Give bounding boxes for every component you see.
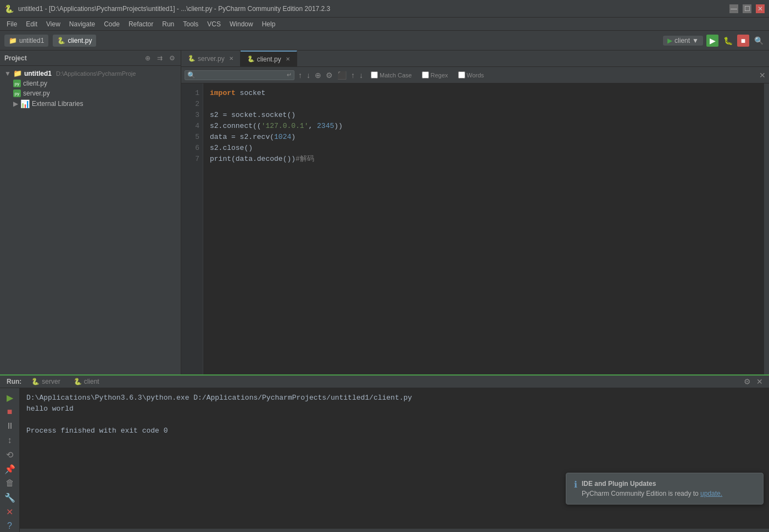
minimize-button[interactable]: — [729,4,738,13]
notification-title: IDE and Plugin Updates [582,480,656,488]
menu-help[interactable]: Help [258,19,280,29]
search-find-in-file[interactable]: ⊕ [313,71,323,80]
run-play-button[interactable]: ▶ [4,391,16,404]
menu-code[interactable]: Code [99,19,124,29]
run-scroll-button[interactable]: ↕ [4,434,16,446]
run-settings-close[interactable]: ✕ [755,377,765,386]
nav-tab-untitled1[interactable]: 📁 untitled1 [4,35,48,47]
menu-vcs[interactable]: VCS [203,19,225,29]
search-next-button[interactable]: ↓ [305,71,312,80]
search-everywhere-button[interactable]: 🔍 [753,35,765,47]
notification-link[interactable]: update. [700,490,722,497]
run-config-selector[interactable]: ▶ client ▼ [663,36,703,46]
run-button[interactable]: ▶ [706,35,718,47]
run-tab-client[interactable]: 🐍 client [68,376,105,388]
ext-lib-label: External Libraries [32,100,83,108]
menu-window[interactable]: Window [225,19,258,29]
server-tab-close[interactable]: ✕ [229,55,233,61]
client-py-label: client.py [23,80,47,87]
menu-refactor[interactable]: Refactor [124,19,158,29]
search-navigation: ↑ ↓ ⊕ ⚙ ⬛ ↑ ↓ [297,71,365,80]
menu-navigate[interactable]: Navigate [65,19,99,29]
match-case-checkbox[interactable] [371,71,378,79]
server-tab-run-icon: 🐍 [31,378,40,385]
search-options-btn[interactable]: ⚙ [324,71,335,80]
file-tree: ▼ 📁 untitled1 D:\Applications\PycharmPro… [0,66,181,374]
search-next2-btn[interactable]: ↑ [349,71,356,80]
search-close-button[interactable]: ✕ [759,71,766,80]
search-prev2-btn[interactable]: ↓ [358,71,365,80]
editor-tab-clientpy[interactable]: 🐍 client.py ✕ [241,51,297,66]
client-tab-run-label: client [84,378,99,385]
client-py-icon: py [13,80,21,87]
close-button[interactable]: ✕ [756,4,765,13]
search-regex[interactable]: Regex [418,70,452,80]
menu-bar: File Edit View Navigate Code Refactor Ru… [0,18,769,31]
regex-label: Regex [431,72,448,79]
search-prev-button[interactable]: ↑ [297,71,304,80]
sidebar-add-btn[interactable]: ⊕ [143,54,152,63]
run-settings-btn[interactable]: ⚙ [742,377,753,386]
search-input[interactable] [198,71,287,79]
nav-tab-clientpy[interactable]: 🐍 client.py [53,35,96,47]
sidebar-settings-btn[interactable]: ⚙ [168,54,176,63]
menu-run[interactable]: Run [158,19,179,29]
notification-icon: ℹ [574,479,577,499]
client-tab-run-icon: 🐍 [74,378,82,385]
client-tab-icon: 🐍 [247,55,255,63]
run-config-label: client [675,37,690,44]
run-stop-button[interactable]: ■ [4,406,16,418]
tree-item-serverpy[interactable]: py server.py [0,88,181,98]
tree-expand-icon: ▼ [4,70,11,77]
sidebar-title: Project [4,54,140,62]
py-file-icon-nav: 🐍 [57,37,65,44]
words-checkbox[interactable] [458,71,465,79]
search-clear-icon[interactable]: ↵ [287,71,292,79]
regex-checkbox[interactable] [422,71,429,79]
run-tabs: Run: 🐍 server 🐍 client ⚙ ✕ [0,376,769,388]
menu-file[interactable]: File [2,19,21,29]
run-help-button[interactable]: ? [4,520,16,532]
output-line-1: D:\Applications\Python3.6.3\python.exe D… [26,393,762,404]
nav-tab-label-clientpy: client.py [68,37,92,44]
tree-external-libraries[interactable]: ▶ 📊 External Libraries [0,98,181,109]
app-icon: 🐍 [4,4,14,13]
run-tab-server[interactable]: 🐍 server [26,376,65,388]
tree-folder-icon: 📁 [13,69,22,77]
search-match-case[interactable]: Match Case [367,70,416,80]
menu-tools[interactable]: Tools [179,19,203,29]
run-output: D:\Applications\Python3.6.3\python.exe D… [20,388,769,532]
output-line-4: Process finished with exit code 0 [26,425,762,436]
server-tab-run-label: server [42,378,60,385]
tree-root-item[interactable]: ▼ 📁 untitled1 D:\Applications\PycharmPro… [0,68,181,79]
run-pin-button[interactable]: 📌 [4,463,16,475]
run-pause-button[interactable]: ⏸ [4,420,16,432]
code-editor[interactable]: 1 2 3 4 5 6 7 import socket s2 = socket.… [181,83,769,374]
sidebar: Project ⊕ ⇉ ⚙ ▼ 📁 untitled1 D:\Applicati… [0,51,181,374]
menu-view[interactable]: View [42,19,65,29]
run-settings: ⚙ ✕ [742,377,765,386]
run-content: ▶ ■ ⏸ ↕ ⟲ 📌 🗑 🔧 ✕ ? D:\Applications\Pyth… [0,388,769,532]
run-clear-button[interactable]: 🗑 [4,477,16,489]
editor-tab-serverpy[interactable]: 🐍 server.py ✕ [181,51,241,66]
server-py-label: server.py [23,89,50,97]
sidebar-scroll-btn[interactable]: ⇉ [155,54,164,63]
debug-button[interactable]: 🐛 [722,35,734,47]
search-words[interactable]: Words [454,70,488,80]
code-content[interactable]: import socket s2 = socket.socket() s2.co… [203,83,764,374]
client-tab-close[interactable]: ✕ [286,56,290,62]
run-filter-button[interactable]: 🔧 [4,491,16,503]
folder-icon: 📁 [9,37,17,44]
run-wrap-button[interactable]: ⟲ [4,449,16,461]
menu-edit[interactable]: Edit [21,19,42,29]
tree-item-clientpy[interactable]: py client.py [0,79,181,88]
search-input-wrapper: 🔍 ↵ [185,70,294,80]
stop-button[interactable]: ■ [737,35,749,47]
maximize-button[interactable]: ☐ [743,4,751,13]
run-close-button[interactable]: ✕ [4,506,16,518]
editor-scrollbar[interactable] [764,83,769,374]
tree-root-label: untitled1 [24,70,52,77]
line-numbers: 1 2 3 4 5 6 7 [181,83,203,374]
title-bar-left: 🐍 untitled1 - [D:\Applications\PycharmPr… [4,4,330,13]
search-more-btn[interactable]: ⬛ [336,71,348,80]
